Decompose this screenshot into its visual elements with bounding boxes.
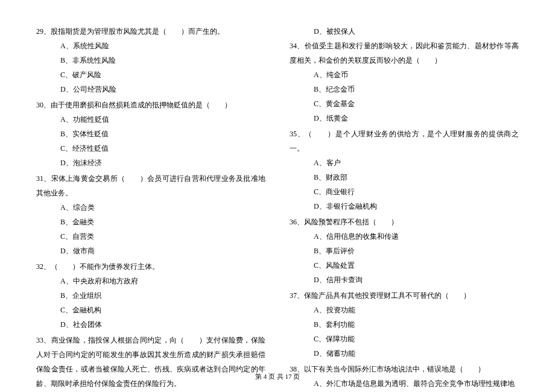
q37-opt-c: C、保障功能 <box>290 332 519 346</box>
q37-opt-a: A、投资功能 <box>290 303 519 317</box>
question-31: 31、宋体上海黄金交易所（ ）会员可进行自营和代理业务及批准地其他业务。 A、综… <box>36 171 265 258</box>
left-column: 29、股指期货是为管理股市风险尤其是（ ）而产生的。 A、系统性风险 B、非系统… <box>36 24 265 392</box>
question-32: 32、（ ）不能作为债券发行主体。 A、中央政府和地方政府 B、企业组织 C、金… <box>36 259 265 332</box>
q29-opt-d: D、公司经营风险 <box>36 82 265 96</box>
q35-opt-b: B、财政部 <box>290 170 519 185</box>
q32-stem: 32、（ ）不能作为债券发行主体。 <box>36 259 265 274</box>
q34-stem: 34、价值受主题和发行量的影响较大，因此和鉴赏能力、题材炒作等高度相关，和金价的… <box>290 39 519 68</box>
q36-opt-d: D、信用卡查询 <box>290 273 519 287</box>
q29-stem: 29、股指期货是为管理股市风险尤其是（ ）而产生的。 <box>36 24 265 39</box>
question-36: 36、风险预警程序不包括（ ） A、信用信息的收集和传递 B、事后评价 C、风险… <box>290 215 519 287</box>
question-35: 35、（ ）是个人理财业务的供给方，是个人理财服务的提供商之一。 A、客户 B、… <box>290 127 519 213</box>
question-30: 30、由于使用磨损和自然损耗造成的抵押物贬值的是（ ） A、功能性贬值 B、实体… <box>36 98 265 170</box>
q29-opt-b: B、非系统性风险 <box>36 53 265 68</box>
q31-opt-d: D、做市商 <box>36 244 265 258</box>
q32-opt-a: A、中央政府和地方政府 <box>36 274 265 288</box>
q32-opt-c: C、金融机构 <box>36 303 265 317</box>
q36-opt-a: A、信用信息的收集和传递 <box>290 229 519 244</box>
q36-stem: 36、风险预警程序不包括（ ） <box>290 215 519 229</box>
q35-stem: 35、（ ）是个人理财业务的供给方，是个人理财服务的提供商之一。 <box>290 127 519 156</box>
q29-opt-a: A、系统性风险 <box>36 39 265 53</box>
q33-opt-d: D、被投保人 <box>290 24 519 39</box>
q34-opt-b: B、纪念金币 <box>290 82 519 96</box>
q30-opt-b: B、实体性贬值 <box>36 127 265 141</box>
question-34: 34、价值受主题和发行量的影响较大，因此和鉴赏能力、题材炒作等高度相关，和金价的… <box>290 39 519 125</box>
q32-opt-d: D、社会团体 <box>36 317 265 332</box>
right-column: D、被投保人 34、价值受主题和发行量的影响较大，因此和鉴赏能力、题材炒作等高度… <box>290 24 519 392</box>
q35-opt-a: A、客户 <box>290 156 519 170</box>
q31-opt-b: B、金融类 <box>36 215 265 229</box>
q30-opt-c: C、经济性贬值 <box>36 141 265 156</box>
q30-opt-d: D、泡沫经济 <box>36 156 265 170</box>
q37-opt-d: D、储蓄功能 <box>290 346 519 361</box>
q36-opt-b: B、事后评价 <box>290 244 519 258</box>
q31-opt-a: A、综合类 <box>36 200 265 215</box>
q36-opt-c: C、风险处置 <box>290 258 519 273</box>
q37-stem: 37、保险产品具有其他投资理财工具不可替代的（ ） <box>290 288 519 303</box>
q30-opt-a: A、功能性贬值 <box>36 112 265 127</box>
q34-opt-a: A、纯金币 <box>290 68 519 82</box>
q30-stem: 30、由于使用磨损和自然损耗造成的抵押物贬值的是（ ） <box>36 98 265 112</box>
q35-opt-c: C、商业银行 <box>290 185 519 199</box>
question-33: 33、商业保险，指投保人根据合同约定，向（ ）支付保险费，保险人对于合同约定的可… <box>36 333 265 392</box>
page-body: 29、股指期货是为管理股市风险尤其是（ ）而产生的。 A、系统性风险 B、非系统… <box>0 0 555 392</box>
question-29: 29、股指期货是为管理股市风险尤其是（ ）而产生的。 A、系统性风险 B、非系统… <box>36 24 265 96</box>
page-footer: 第 4 页 共 17 页 <box>0 372 555 381</box>
q31-opt-c: C、自营类 <box>36 229 265 244</box>
q37-opt-b: B、套利功能 <box>290 317 519 332</box>
q34-opt-c: C、黄金基金 <box>290 96 519 111</box>
q34-opt-d: D、纸黄金 <box>290 111 519 125</box>
q31-stem: 31、宋体上海黄金交易所（ ）会员可进行自营和代理业务及批准地其他业务。 <box>36 171 265 200</box>
q32-opt-b: B、企业组织 <box>36 288 265 303</box>
question-37: 37、保险产品具有其他投资理财工具不可替代的（ ） A、投资功能 B、套利功能 … <box>290 288 519 361</box>
q33-stem: 33、商业保险，指投保人根据合同约定，向（ ）支付保险费，保险人对于合同约定的可… <box>36 333 265 391</box>
q35-opt-d: D、非银行金融机构 <box>290 199 519 213</box>
q29-opt-c: C、破产风险 <box>36 68 265 82</box>
